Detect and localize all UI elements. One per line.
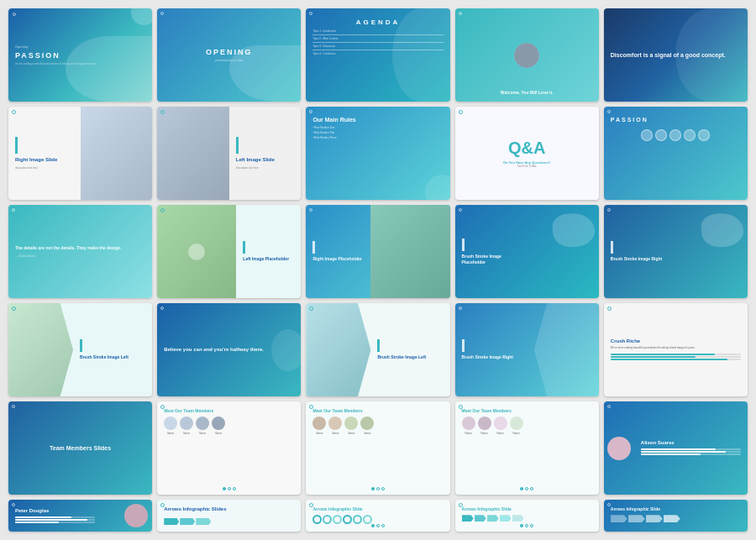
slide11-title: The details are not the details. They ma… bbox=[15, 245, 145, 251]
slide22-title: Meet Our Team Members bbox=[164, 408, 294, 413]
slide-5[interactable]: Discomfort is a signal of a good concept… bbox=[604, 8, 748, 102]
slide-26[interactable]: Peter Douglas bbox=[8, 500, 152, 532]
slide-11[interactable]: The details are not the details. They ma… bbox=[8, 205, 152, 298]
slide7-text: description text here bbox=[236, 166, 295, 170]
slide25-title: Alison Suarez bbox=[641, 440, 741, 445]
slide17-title: Believe you can and you're halfway there… bbox=[164, 346, 294, 354]
slide1-title: PASSION bbox=[15, 51, 145, 60]
slide-18[interactable]: Brush Stroke Image Left bbox=[306, 303, 449, 396]
slide-15[interactable]: Brush Stroke Image Right bbox=[604, 205, 748, 298]
slide9-text: Feel Free To Ask bbox=[517, 165, 536, 168]
slide29-title: Arrows Infographic Slide bbox=[462, 506, 592, 511]
slide-25[interactable]: Alison Suarez bbox=[604, 401, 748, 495]
slide3-title: AGENDA bbox=[312, 18, 443, 26]
slide1-tagline: we are crafting a beautiful presentation… bbox=[15, 62, 145, 66]
slide6-text: description text here bbox=[15, 166, 74, 170]
slide8-rule1: • Rule Number One bbox=[312, 126, 443, 129]
slide3-item1: Topic 1 - Introduction bbox=[312, 29, 443, 33]
slide-21[interactable]: Team Members Slides bbox=[8, 401, 152, 495]
slide10-title: PASSION bbox=[611, 117, 741, 123]
slide-13[interactable]: Right Image Placeholder bbox=[306, 205, 449, 298]
slide8-rule2: • Rule Number Two bbox=[312, 131, 443, 134]
slide-12[interactable]: Left Image Placeholder bbox=[157, 205, 301, 298]
slide-4[interactable]: Welcome. You Will Love it. bbox=[455, 8, 599, 102]
slide3-item4: Topic 4 - Conclusion bbox=[312, 52, 443, 55]
slide26-title: Peter Douglas bbox=[15, 508, 95, 513]
slide21-title: Team Members Slides bbox=[50, 444, 111, 452]
slide19-title: Brush Stroke Image Right bbox=[462, 354, 528, 360]
slide-16[interactable]: Brush Stroke Image Left bbox=[8, 303, 152, 396]
slide24-title: Meet Our Team Members bbox=[462, 408, 592, 413]
slide27-title: Arrows Infographic Slides bbox=[164, 506, 294, 513]
slide-23[interactable]: Meet Our Team Members Name Name Name Nam… bbox=[306, 401, 449, 495]
slide30-title: Arrows Infographic Slide bbox=[611, 506, 741, 511]
slide1-subtitle: Opening bbox=[15, 45, 145, 49]
slide-2[interactable]: OPENING presentation by our team bbox=[157, 8, 301, 102]
slide-8[interactable]: Our Main Rules • Rule Number One • Rule … bbox=[306, 107, 449, 200]
slide7-title: Left Image Slide bbox=[236, 157, 295, 164]
slide-20[interactable]: Crush Riche We've been crafting beautifu… bbox=[604, 303, 748, 396]
slide-19[interactable]: Brush Stroke Image Right bbox=[455, 303, 599, 396]
slide-10[interactable]: PASSION bbox=[604, 107, 748, 200]
slide-30[interactable]: Arrows Infographic Slide bbox=[604, 500, 748, 532]
slide5-title: Discomfort is a signal of a good concept… bbox=[611, 51, 741, 60]
slide-3[interactable]: AGENDA Topic 1 - Introduction Topic 2 - … bbox=[306, 8, 449, 102]
slide-grid: Opening PASSION we are crafting a beauti… bbox=[0, 0, 756, 540]
slide-7[interactable]: Left Image Slide description text here bbox=[157, 107, 301, 200]
slide20-text: We've been crafting beautiful presentati… bbox=[611, 346, 741, 350]
slide12-title: Left Image Placeholder bbox=[243, 256, 294, 262]
slide28-title: Arrows Infographic Slide bbox=[312, 506, 443, 511]
slide8-rule3: • Rule Number Three bbox=[312, 136, 443, 139]
slide-27[interactable]: Arrows Infographic Slides bbox=[157, 500, 301, 532]
slide-17[interactable]: Believe you can and you're halfway there… bbox=[157, 303, 301, 396]
slide16-title: Brush Stroke Image Left bbox=[80, 354, 145, 360]
slide3-item3: Topic 3 - Discussion bbox=[312, 45, 443, 48]
slide8-title: Our Main Rules bbox=[312, 117, 443, 123]
slide6-title: Right Image Slide bbox=[15, 157, 74, 164]
slide13-title: Right Image Placeholder bbox=[312, 256, 364, 262]
slide-29[interactable]: Arrows Infographic Slide bbox=[455, 500, 599, 532]
slide-9[interactable]: Q&A Do You Have Any Questions? Feel Free… bbox=[455, 107, 599, 200]
slide-6[interactable]: Right Image Slide description text here bbox=[8, 107, 152, 200]
slide4-title: Welcome. You Will Love it. bbox=[462, 90, 592, 95]
slide15-title: Brush Stroke Image Right bbox=[611, 256, 669, 262]
slide20-title: Crush Riche bbox=[611, 338, 741, 343]
slide-14[interactable]: Brush Stroke Image Placeholder bbox=[455, 205, 599, 298]
slide11-author: — Charles Eames bbox=[15, 254, 145, 258]
slide23-title: Meet Our Team Members bbox=[312, 408, 443, 413]
slide18-title: Brush Stroke Image Left bbox=[377, 354, 443, 360]
slide14-title: Brush Stroke Image Placeholder bbox=[462, 254, 521, 265]
slide3-item2: Topic 2 - Main Content bbox=[312, 37, 443, 40]
slide-24[interactable]: Meet Our Team Members Name Name Name Nam… bbox=[455, 401, 599, 495]
slide9-title: Q&A bbox=[508, 139, 545, 158]
slide-22[interactable]: Meet Our Team Members Name Name Name Nam… bbox=[157, 401, 301, 495]
slide-28[interactable]: Arrows Infographic Slide bbox=[306, 500, 449, 532]
slide-1[interactable]: Opening PASSION we are crafting a beauti… bbox=[8, 8, 152, 102]
